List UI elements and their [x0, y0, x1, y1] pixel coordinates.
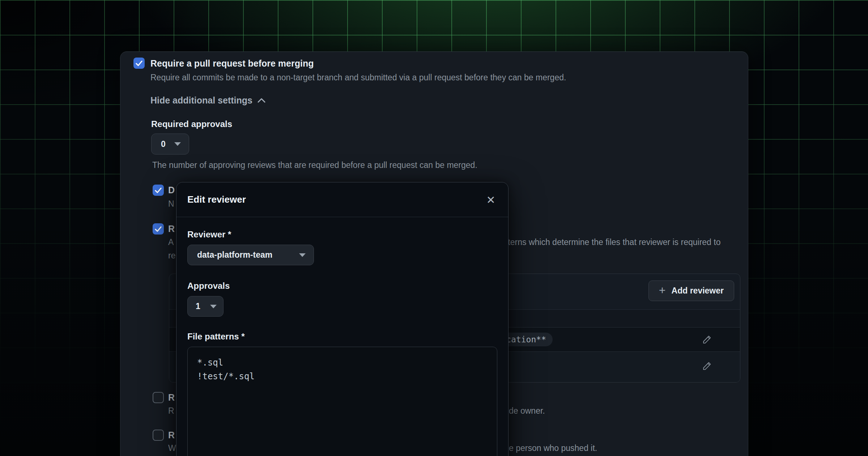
require-pull-request-description: Require all commits be made to a non-tar… [150, 73, 566, 83]
require-code-owner-description-fragment-right: de owner. [509, 406, 545, 416]
pencil-icon [702, 335, 712, 344]
edit-reviewer-modal: Edit reviewer ✕ Reviewer * data-platform… [176, 182, 509, 456]
check-icon [136, 60, 142, 66]
require-code-owner-description-fragment-left: R [168, 406, 174, 416]
screen: Require a pull request before merging Re… [0, 0, 868, 456]
required-reviewers-description-fragment-line2: re [168, 251, 175, 261]
required-reviewers-description-fragment-left: A [168, 237, 174, 247]
dismiss-stale-approvals-description-fragment: N [168, 199, 174, 209]
approvals-dropdown[interactable]: 1 [187, 296, 224, 317]
hide-additional-settings-toggle[interactable]: Hide additional settings [150, 95, 265, 106]
required-approvals-description: The number of approving reviews that are… [152, 160, 477, 170]
require-pull-request-checkbox[interactable] [133, 58, 145, 69]
approvals-dropdown-value: 1 [196, 301, 200, 311]
modal-title: Edit reviewer [187, 194, 246, 205]
require-pull-request-label: Require a pull request before merging [150, 58, 314, 69]
require-code-owner-review-checkbox[interactable] [153, 392, 164, 403]
required-reviewers-description-fragment-right: tterns which determine the files that re… [506, 237, 720, 247]
required-approvals-dropdown[interactable]: 0 [151, 134, 189, 155]
edit-reviewer-button[interactable] [702, 360, 712, 371]
reviewer-field-label: Reviewer * [187, 229, 231, 240]
chevron-down-icon [299, 253, 306, 257]
file-patterns-textarea[interactable]: *.sql !test/*.sql [187, 347, 497, 456]
require-recent-push-label-fragment: R [168, 430, 175, 440]
check-icon [155, 226, 162, 232]
required-approvals-value: 0 [161, 139, 166, 149]
reviewer-dropdown-value: data-platform-team [197, 250, 272, 260]
require-recent-push-description-fragment-left: W [168, 443, 176, 453]
require-code-owner-label-fragment: R [168, 392, 175, 403]
pencil-icon [702, 361, 712, 371]
dismiss-stale-approvals-label-fragment: D [168, 185, 175, 195]
modal-header-divider [176, 217, 508, 217]
required-approvals-label: Required approvals [151, 119, 232, 129]
chevron-down-icon [210, 305, 217, 308]
chevron-up-icon [258, 98, 265, 103]
file-patterns-field-label: File patterns * [187, 332, 245, 342]
close-icon[interactable]: ✕ [483, 192, 499, 208]
require-recent-push-description-fragment-right: e person who pushed it. [509, 443, 597, 453]
reviewer-dropdown[interactable]: data-platform-team [187, 245, 314, 265]
chevron-down-icon [174, 142, 181, 146]
add-reviewer-button[interactable]: + Add reviewer [648, 280, 734, 301]
edit-reviewer-button[interactable] [702, 334, 712, 345]
plus-icon: + [659, 284, 666, 296]
require-recent-push-approval-checkbox[interactable] [153, 430, 164, 441]
hide-additional-settings-label: Hide additional settings [150, 95, 252, 106]
dismiss-stale-approvals-checkbox[interactable] [153, 185, 164, 196]
add-reviewer-button-label: Add reviewer [672, 286, 724, 296]
required-reviewers-checkbox[interactable] [153, 223, 164, 235]
approvals-field-label: Approvals [187, 281, 230, 291]
required-reviewers-label-fragment: R [168, 224, 175, 234]
check-icon [155, 187, 162, 193]
